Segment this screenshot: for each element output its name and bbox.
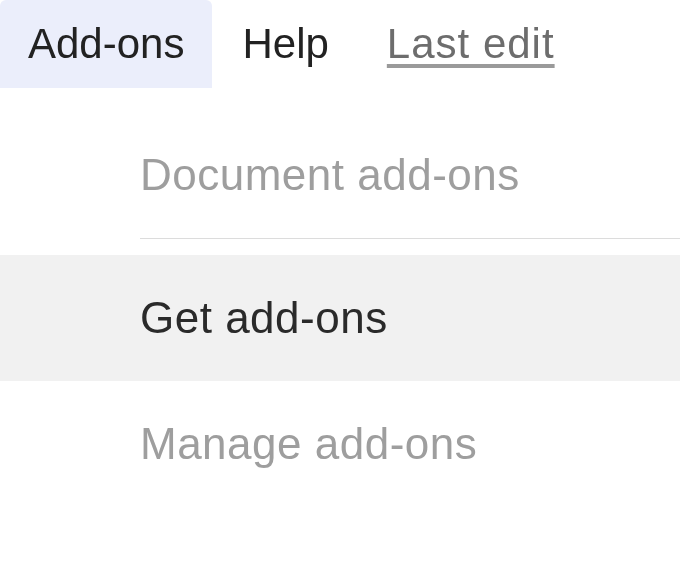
menu-item-get-addons[interactable]: Get add-ons	[0, 255, 680, 381]
menu-bar: Add-ons Help Last edit	[0, 0, 680, 88]
menu-addons[interactable]: Add-ons	[0, 0, 212, 88]
spacer	[0, 239, 680, 255]
menu-item-manage-addons[interactable]: Manage add-ons	[0, 381, 680, 507]
dropdown-section-header: Document add-ons	[0, 124, 680, 238]
addons-dropdown: Document add-ons Get add-ons Manage add-…	[0, 124, 680, 507]
menu-help[interactable]: Help	[212, 0, 358, 88]
last-edit-link[interactable]: Last edit	[359, 20, 555, 68]
